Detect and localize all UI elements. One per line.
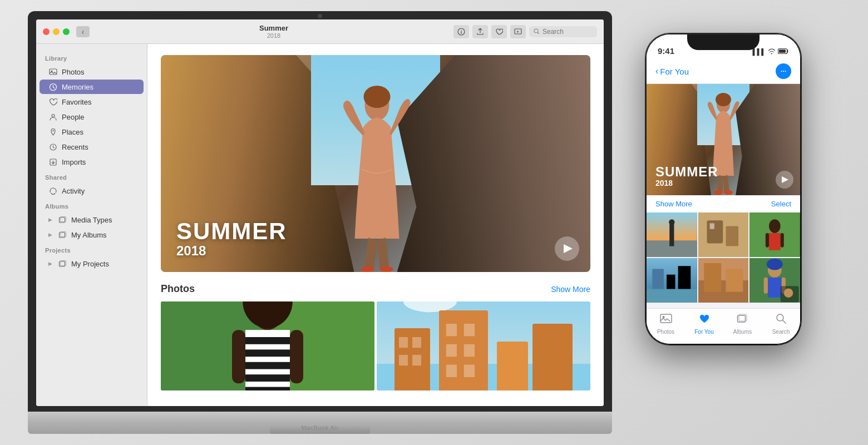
albums-tab-label: Albums (733, 329, 752, 335)
info-button[interactable]: i (453, 25, 469, 38)
sidebar-item-my-albums-label: My Albums (71, 231, 107, 239)
svg-rect-41 (399, 337, 408, 348)
wifi-icon (768, 48, 776, 56)
search-tab-icon (775, 313, 787, 327)
iphone-more-button[interactable]: ··· (776, 63, 791, 79)
hero-year: 2018 (176, 243, 287, 259)
svg-point-89 (784, 288, 793, 297)
iphone-photo-1[interactable] (647, 212, 697, 257)
macbook-bezel: ‹ Summer 2018 i (28, 11, 612, 412)
iphone-tab-albums[interactable]: Albums (723, 313, 762, 335)
svg-point-59 (724, 190, 733, 195)
minimize-button[interactable] (53, 28, 60, 35)
svg-rect-76 (667, 275, 675, 289)
back-button[interactable]: ‹ (76, 26, 90, 37)
sidebar-item-photos[interactable]: Photos (40, 65, 144, 79)
sidebar-item-photos-label: Photos (62, 68, 84, 76)
iphone-photo-3[interactable] (749, 212, 800, 257)
iphone-show-more-row: Show More Select (647, 195, 800, 212)
svg-rect-35 (290, 330, 303, 383)
sidebar-item-my-albums[interactable]: ▶ My Albums (40, 228, 144, 242)
sidebar-item-my-projects[interactable]: ▶ My Projects (40, 256, 144, 271)
iphone-photo-4[interactable] (647, 258, 697, 303)
iphone-photo-5[interactable] (698, 258, 749, 303)
signal-icon: ▌▌▌ (753, 48, 766, 55)
imports-icon (48, 157, 57, 166)
svg-rect-51 (464, 365, 475, 377)
svg-rect-44 (412, 355, 421, 365)
svg-text:i: i (461, 29, 462, 35)
svg-rect-65 (707, 220, 723, 243)
sidebar-item-activity-label: Activity (62, 187, 85, 195)
macbook-camera (318, 14, 322, 18)
sidebar-item-favorites[interactable]: Favorites (40, 95, 144, 109)
sidebar-item-places[interactable]: Places (40, 125, 144, 139)
iphone-body: 9:41 ▌▌▌ (645, 33, 801, 345)
svg-rect-52 (497, 342, 528, 390)
window-subtitle: 2018 (267, 32, 280, 39)
iphone-photo-2[interactable] (698, 212, 749, 257)
iphone-screen: 9:41 ▌▌▌ (647, 34, 800, 344)
my-albums-arrow: ▶ (48, 232, 52, 238)
svg-point-69 (769, 219, 781, 233)
sidebar-item-recents-label: Recents (62, 143, 88, 151)
svg-rect-70 (769, 233, 781, 250)
svg-rect-81 (726, 269, 743, 291)
iphone-back-link[interactable]: ‹ For You (655, 66, 689, 76)
photos-tab-icon (660, 313, 672, 327)
svg-rect-50 (446, 365, 457, 377)
sidebar-section-projects: Projects (36, 243, 147, 256)
close-button[interactable] (43, 28, 50, 35)
svg-rect-80 (704, 263, 721, 292)
iphone-notch (687, 34, 760, 50)
svg-rect-48 (446, 344, 457, 357)
iphone-tab-bar: Photos For You (647, 308, 800, 344)
search-input[interactable] (542, 28, 593, 36)
photos-section-title: Photos (161, 283, 195, 295)
sidebar-item-media-types[interactable]: ▶ Media Types (40, 212, 144, 227)
iphone-photo-6[interactable] (749, 258, 800, 303)
iphone-tab-for-you[interactable]: For You (685, 313, 723, 335)
iphone-nav: ‹ For You ··· (647, 59, 800, 84)
iphone-show-more-button[interactable]: Show More (655, 200, 692, 208)
iphone-tab-search[interactable]: Search (762, 313, 800, 335)
iphone-select-button[interactable]: Select (771, 200, 791, 208)
svg-point-63 (669, 219, 674, 225)
slideshow-button[interactable] (510, 25, 526, 38)
svg-point-20 (380, 266, 393, 272)
play-button[interactable] (555, 236, 579, 261)
svg-rect-62 (669, 223, 674, 246)
share-button[interactable] (472, 25, 488, 38)
sidebar-item-imports[interactable]: Imports (40, 155, 144, 169)
main-content: Library Photos (36, 44, 604, 406)
window-title: Summer (259, 24, 288, 32)
maximize-button[interactable] (63, 28, 70, 35)
my-projects-icon (58, 259, 67, 268)
sidebar-item-people[interactable]: People (40, 110, 144, 124)
macbook-screen: ‹ Summer 2018 i (36, 19, 604, 406)
sidebar-item-recents[interactable]: Recents (40, 140, 144, 154)
svg-rect-72 (781, 233, 784, 248)
iphone-play-button[interactable] (776, 171, 793, 189)
svg-rect-53 (532, 324, 573, 390)
sidebar-item-memories[interactable]: Memories (40, 80, 144, 94)
iphone-hero: SUMMER 2018 (647, 84, 800, 195)
svg-rect-46 (446, 324, 457, 336)
search-bar[interactable] (529, 26, 597, 37)
media-types-arrow: ▶ (48, 217, 52, 222)
title-bar: ‹ Summer 2018 i (36, 19, 604, 44)
svg-point-84 (767, 259, 783, 270)
sidebar-section-shared: Shared (36, 170, 147, 183)
sidebar-item-media-types-label: Media Types (71, 216, 112, 224)
svg-rect-90 (660, 314, 672, 323)
show-more-button[interactable]: Show More (551, 285, 590, 294)
macbook-bottom: MacBook Air (28, 412, 612, 434)
sidebar-item-people-label: People (62, 113, 84, 121)
sidebar-item-activity[interactable]: Activity (40, 184, 144, 198)
favorite-button[interactable] (491, 25, 507, 38)
iphone-tab-photos[interactable]: Photos (647, 313, 685, 335)
battery-icon (778, 48, 789, 56)
iphone-hero-year: 2018 (655, 179, 718, 187)
svg-point-18 (364, 86, 391, 108)
activity-icon (48, 186, 57, 195)
